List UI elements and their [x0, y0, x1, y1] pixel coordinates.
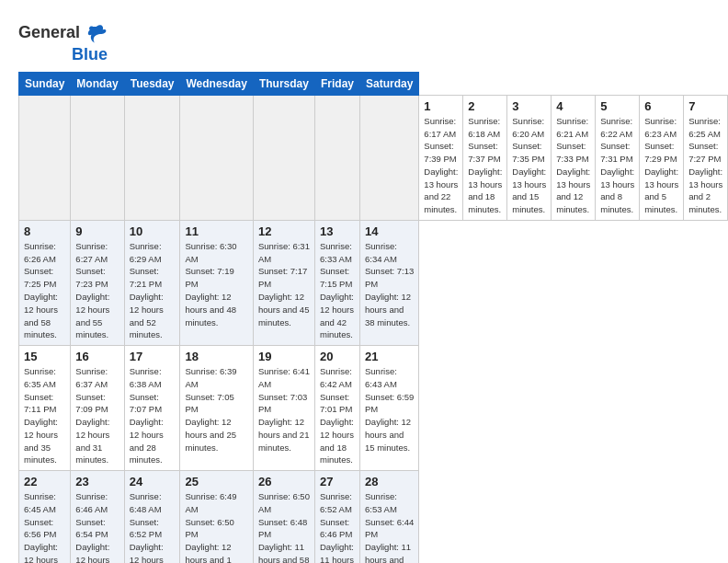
weekday-header-sunday: Sunday — [19, 72, 71, 95]
weekday-header-friday: Friday — [314, 72, 359, 95]
day-number: 8 — [24, 224, 65, 238]
day-number: 18 — [185, 350, 247, 363]
day-number: 3 — [512, 99, 546, 113]
calendar-cell — [359, 95, 418, 220]
day-info: Sunrise: 6:31 AMSunset: 7:17 PMDaylight:… — [258, 240, 310, 328]
calendar-week-row: 8Sunrise: 6:26 AMSunset: 7:25 PMDaylight… — [19, 220, 728, 345]
day-info: Sunrise: 6:48 AMSunset: 6:52 PMDaylight:… — [130, 490, 176, 563]
day-info: Sunrise: 6:23 AMSunset: 7:29 PMDaylight:… — [644, 115, 678, 216]
calendar-cell: 7Sunrise: 6:25 AMSunset: 7:27 PMDaylight… — [684, 95, 728, 220]
day-number: 16 — [75, 350, 119, 363]
day-info: Sunrise: 6:17 AMSunset: 7:39 PMDaylight:… — [424, 115, 458, 216]
calendar-cell: 19Sunrise: 6:41 AMSunset: 7:03 PMDayligh… — [253, 346, 314, 471]
day-number: 26 — [258, 475, 310, 488]
day-info: Sunrise: 6:18 AMSunset: 7:37 PMDaylight:… — [468, 115, 502, 216]
day-info: Sunrise: 6:25 AMSunset: 7:27 PMDaylight:… — [688, 115, 722, 216]
day-info: Sunrise: 6:46 AMSunset: 6:54 PMDaylight:… — [75, 490, 119, 563]
day-number: 5 — [600, 99, 634, 113]
logo: General Blue — [18, 20, 108, 64]
day-info: Sunrise: 6:49 AMSunset: 6:50 PMDaylight:… — [185, 490, 247, 563]
day-info: Sunrise: 6:29 AMSunset: 7:21 PMDaylight:… — [130, 240, 176, 341]
day-info: Sunrise: 6:45 AMSunset: 6:56 PMDaylight:… — [24, 490, 65, 563]
day-info: Sunrise: 6:20 AMSunset: 7:35 PMDaylight:… — [512, 115, 546, 216]
logo-bird-icon — [82, 20, 108, 46]
calendar-cell: 5Sunrise: 6:22 AMSunset: 7:31 PMDaylight… — [596, 95, 640, 220]
day-number: 21 — [365, 350, 414, 363]
calendar-cell — [19, 95, 71, 220]
day-number: 22 — [24, 475, 65, 488]
page-header: General Blue — [18, 17, 710, 64]
calendar-cell: 28Sunrise: 6:53 AMSunset: 6:44 PMDayligh… — [359, 471, 418, 563]
calendar-cell: 21Sunrise: 6:43 AMSunset: 6:59 PMDayligh… — [359, 346, 418, 471]
day-number: 17 — [130, 350, 176, 363]
day-info: Sunrise: 6:39 AMSunset: 7:05 PMDaylight:… — [185, 365, 247, 454]
calendar-cell: 3Sunrise: 6:20 AMSunset: 7:35 PMDaylight… — [507, 95, 552, 220]
day-number: 24 — [130, 475, 176, 488]
day-number: 15 — [24, 350, 65, 363]
weekday-header-monday: Monday — [71, 72, 124, 95]
day-number: 7 — [688, 99, 722, 113]
day-info: Sunrise: 6:38 AMSunset: 7:07 PMDaylight:… — [130, 365, 176, 466]
day-number: 13 — [320, 224, 355, 238]
calendar-cell: 13Sunrise: 6:33 AMSunset: 7:15 PMDayligh… — [314, 220, 359, 345]
day-number: 14 — [365, 224, 414, 238]
weekday-header-wednesday: Wednesday — [180, 72, 253, 95]
day-info: Sunrise: 6:53 AMSunset: 6:44 PMDaylight:… — [365, 490, 414, 563]
calendar-week-row: 1Sunrise: 6:17 AMSunset: 7:39 PMDaylight… — [19, 95, 728, 220]
calendar-cell: 10Sunrise: 6:29 AMSunset: 7:21 PMDayligh… — [124, 220, 180, 345]
calendar-cell — [124, 95, 180, 220]
day-number: 23 — [75, 475, 119, 488]
day-info: Sunrise: 6:33 AMSunset: 7:15 PMDaylight:… — [320, 240, 355, 341]
calendar-cell: 23Sunrise: 6:46 AMSunset: 6:54 PMDayligh… — [71, 471, 124, 563]
calendar-cell: 24Sunrise: 6:48 AMSunset: 6:52 PMDayligh… — [124, 471, 180, 563]
day-info: Sunrise: 6:42 AMSunset: 7:01 PMDaylight:… — [320, 365, 355, 466]
day-info: Sunrise: 6:26 AMSunset: 7:25 PMDaylight:… — [24, 240, 65, 341]
calendar-week-row: 15Sunrise: 6:35 AMSunset: 7:11 PMDayligh… — [19, 346, 728, 471]
day-number: 10 — [130, 224, 176, 238]
calendar-cell — [314, 95, 359, 220]
calendar-cell: 26Sunrise: 6:50 AMSunset: 6:48 PMDayligh… — [253, 471, 314, 563]
logo-general: General — [18, 24, 80, 42]
calendar-cell: 8Sunrise: 6:26 AMSunset: 7:25 PMDaylight… — [19, 220, 71, 345]
calendar-cell — [253, 95, 314, 220]
day-number: 19 — [258, 350, 310, 363]
calendar-cell: 17Sunrise: 6:38 AMSunset: 7:07 PMDayligh… — [124, 346, 180, 471]
day-number: 4 — [556, 99, 590, 113]
day-info: Sunrise: 6:37 AMSunset: 7:09 PMDaylight:… — [75, 365, 119, 466]
calendar-cell: 27Sunrise: 6:52 AMSunset: 6:46 PMDayligh… — [314, 471, 359, 563]
day-info: Sunrise: 6:43 AMSunset: 6:59 PMDaylight:… — [365, 365, 414, 454]
day-info: Sunrise: 6:27 AMSunset: 7:23 PMDaylight:… — [75, 240, 119, 341]
weekday-header-saturday: Saturday — [359, 72, 418, 95]
day-number: 20 — [320, 350, 355, 363]
calendar-cell: 15Sunrise: 6:35 AMSunset: 7:11 PMDayligh… — [19, 346, 71, 471]
calendar-cell: 22Sunrise: 6:45 AMSunset: 6:56 PMDayligh… — [19, 471, 71, 563]
calendar-cell: 9Sunrise: 6:27 AMSunset: 7:23 PMDaylight… — [71, 220, 124, 345]
calendar-cell: 18Sunrise: 6:39 AMSunset: 7:05 PMDayligh… — [180, 346, 253, 471]
calendar-cell: 4Sunrise: 6:21 AMSunset: 7:33 PMDaylight… — [552, 95, 596, 220]
calendar-cell: 16Sunrise: 6:37 AMSunset: 7:09 PMDayligh… — [71, 346, 124, 471]
day-number: 6 — [644, 99, 678, 113]
day-number: 9 — [75, 224, 119, 238]
day-number: 1 — [424, 99, 458, 113]
day-info: Sunrise: 6:50 AMSunset: 6:48 PMDaylight:… — [258, 490, 310, 563]
day-info: Sunrise: 6:35 AMSunset: 7:11 PMDaylight:… — [24, 365, 65, 466]
day-info: Sunrise: 6:41 AMSunset: 7:03 PMDaylight:… — [258, 365, 310, 454]
day-info: Sunrise: 6:52 AMSunset: 6:46 PMDaylight:… — [320, 490, 355, 563]
calendar-cell — [71, 95, 124, 220]
day-number: 28 — [365, 475, 414, 488]
calendar-table: SundayMondayTuesdayWednesdayThursdayFrid… — [18, 72, 728, 563]
calendar-cell: 2Sunrise: 6:18 AMSunset: 7:37 PMDaylight… — [463, 95, 507, 220]
weekday-header-row: SundayMondayTuesdayWednesdayThursdayFrid… — [19, 72, 728, 95]
day-info: Sunrise: 6:21 AMSunset: 7:33 PMDaylight:… — [556, 115, 590, 216]
day-info: Sunrise: 6:34 AMSunset: 7:13 PMDaylight:… — [365, 240, 414, 328]
day-number: 2 — [468, 99, 502, 113]
day-info: Sunrise: 6:30 AMSunset: 7:19 PMDaylight:… — [185, 240, 247, 328]
day-number: 12 — [258, 224, 310, 238]
day-number: 25 — [185, 475, 247, 488]
weekday-header-tuesday: Tuesday — [124, 72, 180, 95]
logo-blue: Blue — [72, 46, 108, 64]
day-number: 27 — [320, 475, 355, 488]
calendar-cell: 14Sunrise: 6:34 AMSunset: 7:13 PMDayligh… — [359, 220, 418, 345]
weekday-header-thursday: Thursday — [253, 72, 314, 95]
calendar-cell: 11Sunrise: 6:30 AMSunset: 7:19 PMDayligh… — [180, 220, 253, 345]
